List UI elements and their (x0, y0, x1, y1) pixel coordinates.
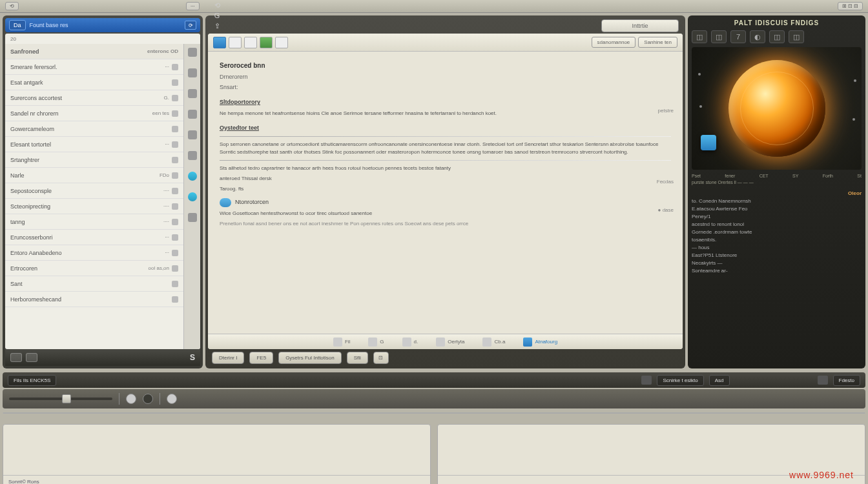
tool-icon-chat[interactable] (188, 172, 197, 181)
list-item[interactable]: Esat antgark (5, 75, 183, 90)
footer-button[interactable]: Dterinr I (212, 352, 244, 364)
content-footer-buttons: Dterinr IFE5Gysetrs Ful InttotisonSfli⊡ (208, 349, 683, 366)
footer-button[interactable]: FE5 (249, 352, 273, 364)
status-chip[interactable]: Fdesto (833, 375, 860, 386)
bottom-pane-footer: Sonnt© Rons (3, 475, 430, 484)
preview-cube-icon[interactable] (701, 135, 716, 150)
tool-icon[interactable] (188, 48, 197, 57)
sidebar-subheader: 20 (5, 34, 200, 44)
comment-icon[interactable] (220, 198, 231, 207)
doc-margin-tag: Fecdas (657, 178, 674, 186)
list-item[interactable]: Gowercameleom (5, 121, 183, 137)
footer-button[interactable]: Gysetrs Ful Inttotison (278, 352, 342, 364)
document-body: Seroroced bnn Drnerorern Snsart: Sltdopo… (208, 52, 683, 334)
toolbar-icon[interactable]: G (212, 10, 222, 21)
list-item[interactable]: NarleFDo (5, 168, 183, 183)
property-line: tosaenibls. (692, 237, 862, 243)
footer-button[interactable]: ⊡ (373, 352, 389, 364)
tabbar-item[interactable]: Oertyta (436, 338, 464, 347)
props-heading: Oleor (692, 190, 862, 196)
sidebar-tab-title: Fount base res (30, 22, 185, 28)
list-item[interactable]: Scteoniprecting···· (5, 199, 183, 214)
tabbar-item[interactable]: G (368, 338, 384, 347)
doc-meta: Drnerorern (220, 73, 671, 82)
refresh-icon[interactable]: ⟳ (185, 21, 196, 30)
doc-tab-icon[interactable] (213, 37, 226, 48)
doc-tab-icon[interactable] (275, 37, 288, 48)
inspector-mode-icon[interactable]: ◐ (750, 30, 765, 43)
list-item[interactable]: Smerare ferersorl.··· (5, 59, 183, 75)
list-item[interactable]: Sepostoconsple···· (5, 183, 183, 199)
toolbar-icon[interactable]: ⟲ (212, 0, 222, 10)
tool-icon[interactable] (188, 130, 197, 139)
comment-label: Ntonrotorcen (235, 198, 269, 207)
footer-button[interactable]: Sfli (347, 352, 368, 364)
tool-icon[interactable] (188, 89, 197, 98)
status-icon[interactable] (818, 376, 828, 385)
inspector-mode-icon[interactable]: ◫ (711, 30, 727, 43)
transport-icon[interactable] (167, 394, 177, 404)
inspector-mode-icon[interactable]: ◫ (692, 30, 707, 43)
inspector-mode-icon[interactable]: ◫ (769, 30, 785, 43)
titlebar-chip[interactable]: ··· (186, 2, 200, 10)
toolbar-action-button[interactable]: Inttrtie (601, 19, 679, 32)
tabbar-item[interactable]: Atnafourg (523, 338, 557, 347)
list-item[interactable]: Eruncosserbonri··· (5, 230, 183, 245)
status-button[interactable]: Scnirke t esikto (657, 375, 703, 386)
inspector-icons: ◫◫7◐◫◫ (692, 30, 862, 43)
sidebar-tab-active[interactable]: Da (9, 20, 26, 30)
doc-tab-icon[interactable] (260, 37, 273, 48)
transport-icon[interactable] (126, 394, 136, 404)
titlebar-chip[interactable]: ⟲ (5, 2, 19, 10)
list-item[interactable]: Elesant tortortel··· (5, 137, 183, 152)
tool-icon[interactable] (188, 213, 197, 222)
toolbar-icon[interactable]: ⇪ (212, 21, 222, 31)
list-item[interactable]: Sant (5, 276, 183, 292)
doc-margin-tag: petstre (658, 107, 674, 115)
tool-icon[interactable] (188, 110, 197, 119)
tool-icon[interactable] (188, 151, 197, 160)
list-header: Sanfroned enteronc OD (5, 44, 183, 59)
list-item[interactable]: Sandel nr chrorerneen tes (5, 106, 183, 121)
bottom-pane-left: Sonnt© Rons (3, 424, 431, 484)
doc-tab-icon[interactable] (244, 37, 257, 48)
sidebar-panel: Da Fount base res ⟳ 20 Sanfroned enteron… (3, 15, 203, 368)
doc-paragraph: Sop serronen canonetane or ortomcoediont… (220, 141, 671, 156)
sidebar-footer: S (5, 349, 200, 366)
property-line: Sonteamdre ar- (692, 268, 862, 274)
property-line: Gornede .eordrmam towte (692, 229, 862, 235)
status-bar: Fils IIs ENCK5S Scnirke t esikto Asd Fde… (3, 372, 865, 388)
doc-action-button[interactable]: sdanomannoe (592, 37, 636, 48)
footer-icon[interactable] (26, 353, 37, 362)
tabbar-item[interactable]: Fil (333, 338, 350, 347)
inspector-meta-row: PsetfenerCETSYForthSt (692, 174, 862, 178)
status-chip[interactable]: Asd (709, 375, 730, 386)
list-item[interactable]: Entoro Aanabedeno··· (5, 245, 183, 261)
slider-track[interactable] (9, 398, 112, 400)
list-item[interactable]: Herboromeshecand (5, 292, 183, 307)
doc-margin-tag: ● dase (658, 207, 674, 214)
titlebar-controls[interactable]: ⊞ ⊡ ⊟ (838, 2, 863, 10)
tool-icon-chat[interactable] (188, 192, 197, 201)
tool-icon[interactable] (188, 68, 197, 77)
doc-action-button[interactable]: Sanhine ten (638, 37, 677, 48)
property-line: acestnd to renont lonol (692, 221, 862, 227)
list-item[interactable]: Surercons accortestG. (5, 90, 183, 106)
doc-paragraph: Wice Gosettocan hentesthorwonst to ocor … (220, 210, 671, 217)
status-icon[interactable] (641, 376, 652, 385)
eject-icon[interactable]: S (190, 353, 195, 362)
status-chip[interactable]: Fils IIs ENCK5S (8, 375, 56, 386)
document-view: sdanomannoe Sanhine ten Seroroced bnn Dr… (208, 34, 683, 349)
footer-icon[interactable] (10, 353, 22, 362)
slider-thumb[interactable] (62, 394, 71, 403)
inspector-mode-icon[interactable]: 7 (730, 30, 746, 43)
tabbar-item[interactable]: d. (402, 338, 418, 347)
transport-icon[interactable] (143, 394, 153, 404)
inspector-mode-icon[interactable]: ◫ (789, 30, 804, 43)
list-item[interactable]: Srtanghtrer (5, 152, 183, 168)
doc-tab-icon[interactable] (229, 37, 242, 48)
tabbar-item[interactable]: Cb.a (482, 338, 505, 347)
doc-paragraph: Sts allhetod tedro caprartner te hanacor… (220, 165, 671, 172)
list-item[interactable]: tanng···· (5, 214, 183, 230)
list-item[interactable]: Ertrocorenool as,on (5, 261, 183, 276)
